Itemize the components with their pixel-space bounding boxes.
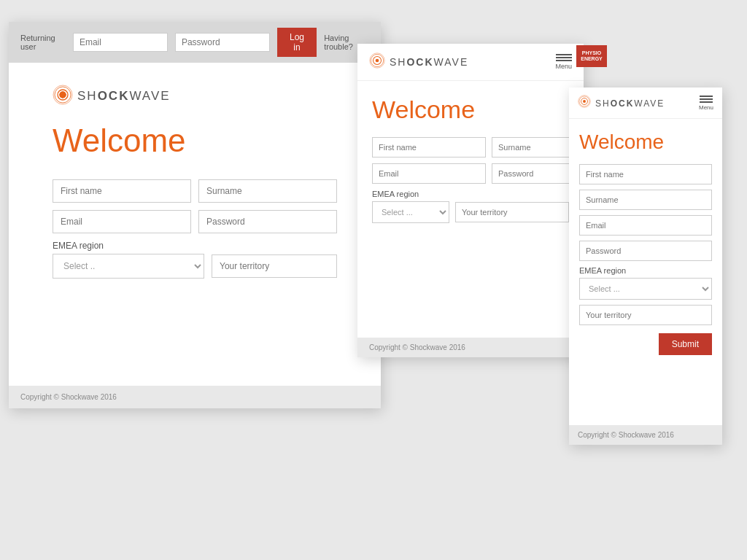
mobile-first-name-group [579,164,712,184]
top-password-input[interactable] [175,33,270,52]
login-button[interactable]: Log in [277,28,317,57]
mobile-password-group [579,241,712,261]
credentials-row [53,210,337,233]
mobile-email[interactable] [579,215,712,236]
mobile-territory-group [579,305,712,325]
region-label: EMEA region [53,241,337,251]
physio-badge: PHYSIO ENERGY [576,45,607,67]
card3-footer: Copyright © Shockwave 2016 [569,425,722,445]
tablet-card: SHOCKWAVE Menu Welcome EMEA region Selec… [357,44,584,357]
tablet-first-name[interactable] [372,137,486,158]
tablet-email[interactable] [372,163,486,184]
tablet-region-label: EMEA region [372,190,569,198]
mobile-menu-button[interactable]: Menu [699,96,713,111]
menu-bar2 [556,57,572,58]
logo-icon [53,85,73,108]
main-content: SHOCKWAVE Welcome EMEA region Select .. [9,63,381,300]
top-email-input[interactable] [73,33,168,52]
mobile-region-wrapper: Select ... [579,278,712,300]
mobile-main: Welcome EMEA region Select ... Submit [569,119,722,342]
region-row: Select .. [53,254,337,279]
tablet-header: SHOCKWAVE Menu [357,44,584,81]
password-input[interactable] [198,210,337,233]
mobile-password[interactable] [579,241,712,261]
returning-label: Returning user [20,34,63,51]
tablet-name-row [372,137,569,158]
logo-area: SHOCKWAVE [53,85,337,108]
mobile-email-group [579,215,712,236]
mobile-logo-icon [578,95,591,111]
menu-label: Menu [555,63,572,70]
menu-bar3 [556,60,572,61]
tablet-logo-text: SHOCKWAVE [390,55,468,69]
name-row [53,179,337,203]
mobile-menu-label: Menu [699,104,713,111]
desktop-card: Returning user Log in Having trouble? [9,22,381,408]
physio-text2: ENERGY [581,56,603,62]
territory-input[interactable] [212,254,337,278]
logo-text: SHOCKWAVE [77,89,171,104]
mobile-logo: SHOCKWAVE [578,95,665,111]
mobile-menu-bar3 [700,101,713,103]
tablet-welcome: Welcome [372,96,569,124]
mobile-logo-text: SHOCKWAVE [595,96,665,110]
tablet-menu-button[interactable]: Menu [555,54,572,70]
tablet-region-row: Select ... [372,201,569,223]
tablet-main: Welcome EMEA region Select ... [357,81,584,238]
tablet-logo: SHOCKWAVE [369,52,468,71]
tablet-credentials-row [372,163,569,184]
mobile-region-select[interactable]: Select ... [579,278,712,300]
mobile-region-label: EMEA region [579,266,712,275]
mobile-card: SHOCKWAVE Menu Welcome EMEA region Selec… [569,88,722,445]
submit-button[interactable]: Submit [659,333,712,355]
email-input[interactable] [53,210,191,233]
mobile-surname-group [579,190,712,210]
menu-bar1 [556,54,572,55]
tablet-logo-icon [369,52,385,71]
svg-point-8 [376,59,379,63]
mobile-territory[interactable] [579,305,712,325]
region-select[interactable]: Select .. [53,254,204,279]
mobile-first-name[interactable] [579,164,712,184]
tablet-region-select[interactable]: Select ... [372,201,449,223]
card1-footer: Copyright © Shockwave 2016 [9,386,381,408]
tablet-territory[interactable] [455,202,569,222]
svg-point-12 [583,100,586,103]
mobile-menu-bar1 [700,96,713,97]
logo: SHOCKWAVE [53,85,337,108]
card2-footer: Copyright © Shockwave 2016 [357,338,584,357]
top-bar: Returning user Log in Having trouble? [9,22,381,63]
mobile-welcome: Welcome [579,131,712,154]
mobile-menu-bar2 [700,98,713,100]
mobile-surname[interactable] [579,190,712,210]
physio-text: PHYSIO [582,50,601,56]
surname-input[interactable] [198,179,337,203]
welcome-title: Welcome [53,122,337,159]
first-name-input[interactable] [53,179,191,203]
mobile-header: SHOCKWAVE Menu [569,88,722,119]
